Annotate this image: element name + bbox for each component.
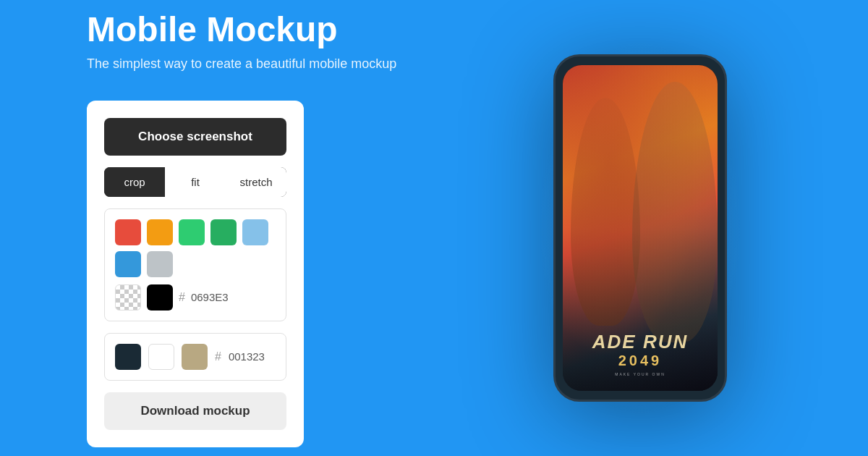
swatch-green[interactable]: [210, 219, 237, 245]
movie-title-area: ADE RUN 2049 MAKE YOUR OWN: [563, 332, 718, 376]
phone-screen-content: ADE RUN 2049 MAKE YOUR OWN: [563, 65, 718, 391]
download-mockup-button[interactable]: Download mockup: [104, 392, 286, 430]
movie-tagline: MAKE YOUR OWN: [563, 372, 718, 376]
swatch-light-blue[interactable]: [242, 219, 268, 245]
right-panel: ADE RUN 2049 MAKE YOUR OWN: [456, 54, 825, 402]
phone-frame: ADE RUN 2049 MAKE YOUR OWN: [553, 54, 727, 402]
device-swatch-white[interactable]: [148, 344, 174, 370]
app-subtitle: The simplest way to create a beautiful m…: [87, 56, 396, 72]
bg-hex-input-row: #: [115, 284, 276, 311]
choose-screenshot-button[interactable]: Choose screenshot: [104, 118, 286, 156]
main-container: Mobile Mockup The simplest way to create…: [0, 0, 868, 456]
mode-fit-button[interactable]: fit: [165, 167, 226, 197]
hash-symbol-device: #: [215, 350, 221, 363]
movie-title-partial: ADE RUN: [563, 332, 718, 351]
swatch-black[interactable]: [147, 284, 173, 311]
swatch-red[interactable]: [115, 219, 141, 245]
device-hex-input[interactable]: [229, 350, 286, 363]
swatch-gray[interactable]: [147, 251, 173, 277]
phone-wrapper: ADE RUN 2049 MAKE YOUR OWN: [553, 54, 727, 402]
bg-color-section: #: [104, 208, 286, 321]
mode-crop-button[interactable]: crop: [104, 167, 165, 197]
mode-selector: crop fit stretch: [104, 167, 286, 197]
app-title: Mobile Mockup: [87, 9, 338, 49]
swatch-transparent[interactable]: [115, 284, 141, 311]
left-panel: Mobile Mockup The simplest way to create…: [43, 9, 456, 447]
mode-stretch-button[interactable]: stretch: [226, 167, 286, 197]
swatch-blue[interactable]: [115, 251, 141, 277]
swatch-mint[interactable]: [179, 219, 205, 245]
device-swatch-tan[interactable]: [182, 344, 208, 370]
controls-panel: Choose screenshot crop fit stretch: [87, 101, 304, 447]
device-color-section: #: [104, 333, 286, 381]
phone-screen: ADE RUN 2049 MAKE YOUR OWN: [563, 65, 718, 391]
device-swatch-dark[interactable]: [115, 344, 141, 370]
movie-year: 2049: [563, 352, 718, 369]
hash-symbol-bg: #: [179, 291, 185, 304]
color-swatches-row: [115, 219, 276, 277]
swatch-orange[interactable]: [147, 219, 173, 245]
bg-hex-input[interactable]: [191, 291, 249, 303]
